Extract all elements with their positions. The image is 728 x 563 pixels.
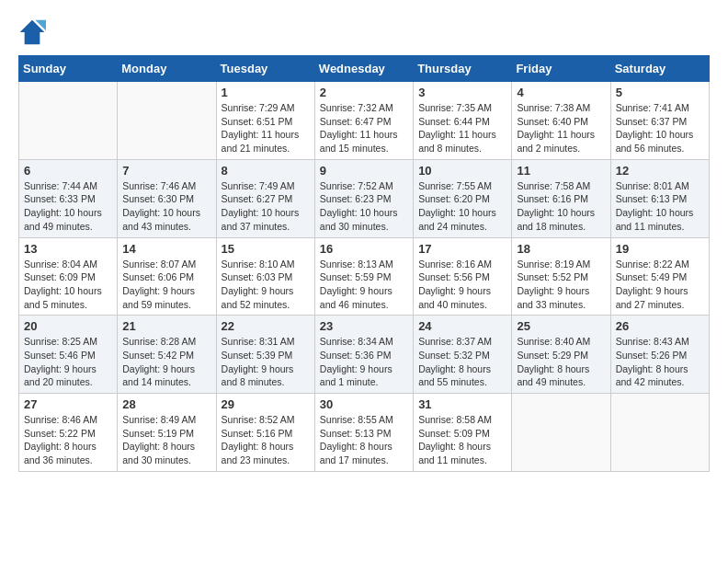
calendar-cell: 22Sunrise: 8:31 AM Sunset: 5:39 PM Dayli… <box>216 316 314 394</box>
day-detail: Sunrise: 8:46 AM Sunset: 5:22 PM Dayligh… <box>24 413 112 467</box>
calendar-cell: 18Sunrise: 8:19 AM Sunset: 5:52 PM Dayli… <box>512 237 610 316</box>
calendar-cell: 17Sunrise: 8:16 AM Sunset: 5:56 PM Dayli… <box>414 237 512 316</box>
day-number: 15 <box>222 242 310 256</box>
day-number: 30 <box>320 397 408 411</box>
day-detail: Sunrise: 8:28 AM Sunset: 5:42 PM Dayligh… <box>122 335 210 389</box>
day-number: 8 <box>222 164 310 178</box>
day-detail: Sunrise: 7:38 AM Sunset: 6:40 PM Dayligh… <box>517 101 605 155</box>
calendar-cell: 12Sunrise: 8:01 AM Sunset: 6:13 PM Dayli… <box>610 159 709 237</box>
calendar-cell: 20Sunrise: 8:25 AM Sunset: 5:46 PM Dayli… <box>19 316 118 394</box>
day-number: 9 <box>320 164 408 178</box>
calendar-week-row: 1Sunrise: 7:29 AM Sunset: 6:51 PM Daylig… <box>19 82 710 160</box>
weekday-header: Thursday <box>414 56 512 82</box>
calendar-cell: 19Sunrise: 8:22 AM Sunset: 5:49 PM Dayli… <box>610 237 709 316</box>
day-detail: Sunrise: 7:55 AM Sunset: 6:20 PM Dayligh… <box>418 179 506 234</box>
day-detail: Sunrise: 7:32 AM Sunset: 6:47 PM Dayligh… <box>320 101 408 155</box>
calendar-cell: 28Sunrise: 8:49 AM Sunset: 5:19 PM Dayli… <box>118 394 216 472</box>
day-number: 29 <box>222 397 310 411</box>
logo-icon <box>18 18 46 46</box>
day-number: 31 <box>418 397 506 411</box>
day-number: 16 <box>320 242 408 256</box>
day-detail: Sunrise: 8:04 AM Sunset: 6:09 PM Dayligh… <box>24 258 112 312</box>
day-detail: Sunrise: 8:37 AM Sunset: 5:32 PM Dayligh… <box>418 335 506 389</box>
day-detail: Sunrise: 8:07 AM Sunset: 6:06 PM Dayligh… <box>122 258 210 312</box>
day-detail: Sunrise: 8:22 AM Sunset: 5:49 PM Dayligh… <box>616 258 704 312</box>
day-number: 12 <box>616 164 704 178</box>
weekday-header: Wednesday <box>314 56 413 82</box>
calendar-cell: 6Sunrise: 7:44 AM Sunset: 6:33 PM Daylig… <box>19 159 118 237</box>
calendar-cell: 4Sunrise: 7:38 AM Sunset: 6:40 PM Daylig… <box>512 82 610 160</box>
weekday-header: Tuesday <box>216 56 314 82</box>
weekday-header: Monday <box>118 56 216 82</box>
day-number: 1 <box>222 86 310 99</box>
day-number: 5 <box>616 86 704 99</box>
day-detail: Sunrise: 8:58 AM Sunset: 5:09 PM Dayligh… <box>418 413 506 467</box>
day-detail: Sunrise: 8:10 AM Sunset: 6:03 PM Dayligh… <box>222 258 310 312</box>
calendar-cell <box>118 82 216 160</box>
day-detail: Sunrise: 8:25 AM Sunset: 5:46 PM Dayligh… <box>24 335 112 389</box>
day-detail: Sunrise: 8:01 AM Sunset: 6:13 PM Dayligh… <box>616 179 704 234</box>
logo <box>18 18 50 46</box>
calendar-cell: 11Sunrise: 7:58 AM Sunset: 6:16 PM Dayli… <box>512 159 610 237</box>
day-detail: Sunrise: 8:49 AM Sunset: 5:19 PM Dayligh… <box>122 413 210 467</box>
calendar-week-row: 20Sunrise: 8:25 AM Sunset: 5:46 PM Dayli… <box>19 316 710 394</box>
calendar-cell: 27Sunrise: 8:46 AM Sunset: 5:22 PM Dayli… <box>19 394 118 472</box>
day-detail: Sunrise: 7:35 AM Sunset: 6:44 PM Dayligh… <box>418 101 506 155</box>
calendar-cell: 14Sunrise: 8:07 AM Sunset: 6:06 PM Dayli… <box>118 237 216 316</box>
day-number: 10 <box>418 164 506 178</box>
calendar-cell <box>512 394 610 472</box>
day-number: 14 <box>122 242 210 256</box>
day-detail: Sunrise: 8:19 AM Sunset: 5:52 PM Dayligh… <box>517 258 605 312</box>
day-detail: Sunrise: 8:55 AM Sunset: 5:13 PM Dayligh… <box>320 413 408 467</box>
calendar-week-row: 13Sunrise: 8:04 AM Sunset: 6:09 PM Dayli… <box>19 237 710 316</box>
calendar-cell: 29Sunrise: 8:52 AM Sunset: 5:16 PM Dayli… <box>216 394 314 472</box>
day-number: 28 <box>122 397 210 411</box>
calendar-cell: 25Sunrise: 8:40 AM Sunset: 5:29 PM Dayli… <box>512 316 610 394</box>
day-detail: Sunrise: 7:41 AM Sunset: 6:37 PM Dayligh… <box>616 101 704 155</box>
day-number: 21 <box>122 319 210 333</box>
calendar-cell: 1Sunrise: 7:29 AM Sunset: 6:51 PM Daylig… <box>216 82 314 160</box>
calendar-cell: 5Sunrise: 7:41 AM Sunset: 6:37 PM Daylig… <box>610 82 709 160</box>
calendar-cell <box>610 394 709 472</box>
day-detail: Sunrise: 7:44 AM Sunset: 6:33 PM Dayligh… <box>24 179 112 234</box>
calendar-table: SundayMondayTuesdayWednesdayThursdayFrid… <box>18 55 710 472</box>
day-number: 22 <box>222 319 310 333</box>
day-detail: Sunrise: 8:16 AM Sunset: 5:56 PM Dayligh… <box>418 258 506 312</box>
calendar-cell: 26Sunrise: 8:43 AM Sunset: 5:26 PM Dayli… <box>610 316 709 394</box>
day-detail: Sunrise: 7:29 AM Sunset: 6:51 PM Dayligh… <box>222 101 310 155</box>
day-detail: Sunrise: 8:34 AM Sunset: 5:36 PM Dayligh… <box>320 335 408 389</box>
calendar-cell: 7Sunrise: 7:46 AM Sunset: 6:30 PM Daylig… <box>118 159 216 237</box>
day-number: 17 <box>418 242 506 256</box>
day-number: 7 <box>122 164 210 178</box>
day-number: 23 <box>320 319 408 333</box>
weekday-header: Sunday <box>19 56 118 82</box>
calendar-week-row: 6Sunrise: 7:44 AM Sunset: 6:33 PM Daylig… <box>19 159 710 237</box>
calendar-cell: 3Sunrise: 7:35 AM Sunset: 6:44 PM Daylig… <box>414 82 512 160</box>
calendar-cell: 16Sunrise: 8:13 AM Sunset: 5:59 PM Dayli… <box>314 237 413 316</box>
calendar-cell: 8Sunrise: 7:49 AM Sunset: 6:27 PM Daylig… <box>216 159 314 237</box>
day-detail: Sunrise: 8:52 AM Sunset: 5:16 PM Dayligh… <box>222 413 310 467</box>
day-detail: Sunrise: 8:31 AM Sunset: 5:39 PM Dayligh… <box>222 335 310 389</box>
day-number: 24 <box>418 319 506 333</box>
day-number: 26 <box>616 319 704 333</box>
weekday-header: Saturday <box>610 56 709 82</box>
day-detail: Sunrise: 7:49 AM Sunset: 6:27 PM Dayligh… <box>222 179 310 234</box>
day-number: 4 <box>517 86 605 99</box>
day-detail: Sunrise: 8:13 AM Sunset: 5:59 PM Dayligh… <box>320 258 408 312</box>
day-number: 11 <box>517 164 605 178</box>
page-header <box>18 18 710 46</box>
calendar-cell: 23Sunrise: 8:34 AM Sunset: 5:36 PM Dayli… <box>314 316 413 394</box>
calendar-cell: 13Sunrise: 8:04 AM Sunset: 6:09 PM Dayli… <box>19 237 118 316</box>
calendar-cell: 2Sunrise: 7:32 AM Sunset: 6:47 PM Daylig… <box>314 82 413 160</box>
calendar-cell: 9Sunrise: 7:52 AM Sunset: 6:23 PM Daylig… <box>314 159 413 237</box>
calendar-cell: 15Sunrise: 8:10 AM Sunset: 6:03 PM Dayli… <box>216 237 314 316</box>
weekday-header: Friday <box>512 56 610 82</box>
day-number: 25 <box>517 319 605 333</box>
day-number: 19 <box>616 242 704 256</box>
day-number: 20 <box>24 319 112 333</box>
calendar-cell: 31Sunrise: 8:58 AM Sunset: 5:09 PM Dayli… <box>414 394 512 472</box>
day-number: 2 <box>320 86 408 99</box>
day-number: 3 <box>418 86 506 99</box>
calendar-cell: 24Sunrise: 8:37 AM Sunset: 5:32 PM Dayli… <box>414 316 512 394</box>
calendar-header-row: SundayMondayTuesdayWednesdayThursdayFrid… <box>19 56 710 82</box>
